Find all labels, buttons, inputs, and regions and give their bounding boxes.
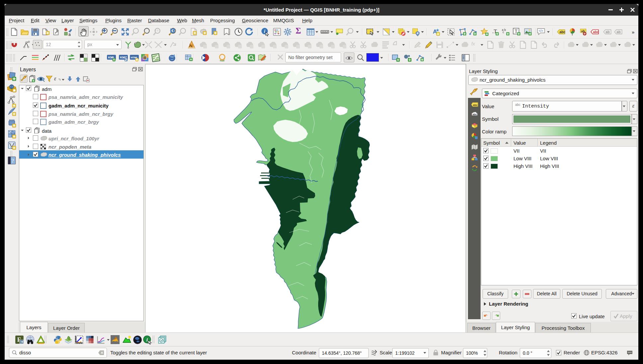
svg-text:abc: abc (473, 104, 478, 107)
svg-text:abc: abc (473, 113, 477, 116)
svg-text:a: a (68, 32, 71, 36)
